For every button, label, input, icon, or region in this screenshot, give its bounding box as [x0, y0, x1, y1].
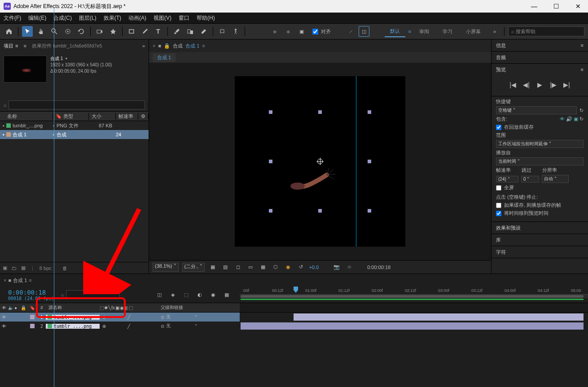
color-mgmt-icon[interactable]: ◉	[284, 263, 293, 272]
rectangle-tool[interactable]	[126, 26, 137, 37]
orbit-tool[interactable]	[62, 26, 73, 37]
menu-file[interactable]: 文件(F)	[4, 14, 21, 22]
time-ruler[interactable]: :00f 00:12f 01:00f 01:12f 02:00f 02:12f …	[240, 287, 588, 295]
time-indicator[interactable]	[294, 287, 298, 295]
res-select[interactable]: 自动 ˅	[542, 175, 569, 183]
timeline-tab[interactable]: 合成 1	[13, 277, 27, 284]
fullscreen-checkbox[interactable]	[496, 185, 501, 191]
range-select[interactable]: 工作区域按当前时间延伸 ˅	[496, 140, 584, 148]
composition-tab[interactable]: 合成 1	[185, 43, 199, 49]
shy-icon[interactable]: ⬚	[181, 290, 191, 300]
new-comp-icon[interactable]: ▦	[21, 265, 26, 271]
timeline-layer[interactable]: 👁 2 tumblr_....png ⊕╱ ⊙无˅	[0, 322, 240, 330]
move-time-checkbox[interactable]	[496, 211, 501, 216]
menu-effect[interactable]: 效果(T)	[104, 14, 121, 22]
frame-blend-icon[interactable]: ◐	[195, 290, 205, 300]
workspace-small[interactable]: 小屏幕	[461, 26, 486, 37]
timeline-search-input[interactable]	[66, 290, 120, 299]
current-time-display[interactable]: 0:00:00:18	[8, 289, 54, 296]
3d-axis-icon[interactable]: ◆	[269, 26, 280, 37]
fps-select[interactable]: (24) ˅	[496, 176, 518, 183]
lock-column-icon[interactable]: 🔒	[21, 305, 27, 310]
fast-preview-icon[interactable]: ▦	[208, 263, 217, 272]
video-column-icon[interactable]: 👁	[0, 305, 8, 310]
puppet-tool[interactable]	[230, 26, 241, 37]
panel-info[interactable]: 信息	[496, 42, 506, 49]
close-tab-icon[interactable]: ×	[4, 278, 6, 283]
draft3d-icon[interactable]: ◈	[168, 290, 178, 300]
play-cached-checkbox[interactable]	[496, 203, 501, 208]
menu-composition[interactable]: 合成(C)	[53, 14, 72, 22]
project-item[interactable]: ▪合成 1 ▪合成 24	[0, 130, 149, 139]
next-frame-button[interactable]: |▶	[549, 80, 558, 90]
roto-tool[interactable]	[217, 26, 228, 37]
menu-edit[interactable]: 编辑(E)	[28, 14, 46, 22]
project-item[interactable]: ▪tumblr_....png ▪PNG 文件 87 KB	[0, 121, 149, 130]
playfrom-select[interactable]: 当前时间 ˅	[496, 157, 584, 165]
grid-tool[interactable]: ◫	[359, 26, 369, 37]
timeline-layer[interactable]: 👁 1 tumblr_....png ⊕╱ ⊙无˅	[0, 313, 240, 322]
mask-toggle-icon[interactable]: ◻	[233, 263, 242, 272]
hand-tool[interactable]	[35, 26, 46, 37]
audio-column-icon[interactable]: 🔈	[8, 305, 14, 310]
panel-audio[interactable]: 音频	[496, 54, 506, 61]
reset-exposure-icon[interactable]: ↺	[296, 263, 305, 272]
menu-help[interactable]: 帮助(H)	[197, 14, 215, 22]
panel-effects-presets[interactable]: 效果和预设	[496, 225, 521, 231]
composition-thumbnail[interactable]	[4, 56, 47, 83]
exposure-value[interactable]: +0.0	[309, 265, 319, 270]
current-time[interactable]: 0:00:00:18	[367, 265, 391, 270]
comp-flowchart-icon[interactable]: ◫	[154, 290, 164, 300]
first-frame-button[interactable]: |◀	[508, 80, 518, 90]
cache-before-play-checkbox[interactable]	[496, 125, 501, 130]
transparency-grid-icon[interactable]: ▧	[221, 263, 230, 272]
camera-tool[interactable]	[94, 26, 105, 37]
speaker-icon[interactable]: 🔊	[566, 116, 572, 122]
project-search-input[interactable]	[9, 100, 145, 109]
clone-tool[interactable]	[185, 26, 196, 37]
chevron-down-icon[interactable]: ▼	[65, 56, 68, 62]
help-search[interactable]: ⌕ 搜索帮助	[508, 26, 584, 36]
zoom-tool[interactable]	[49, 26, 60, 37]
snapshot-icon[interactable]: 📷	[332, 263, 341, 272]
graph-editor-icon[interactable]: ▦	[222, 290, 232, 300]
home-tool[interactable]	[4, 26, 14, 37]
composition-subtab[interactable]: 合成 1	[153, 53, 176, 62]
menu-view[interactable]: 视图(V)	[154, 14, 171, 22]
workspace-review[interactable]: 审阅	[414, 26, 434, 37]
selection-tool[interactable]	[22, 26, 33, 37]
show-snapshot-icon[interactable]: 👁	[345, 263, 354, 272]
playhead[interactable]	[54, 8, 54, 387]
reset-icon[interactable]: ↻	[579, 108, 584, 113]
panel-menu-icon[interactable]: ≡	[581, 67, 584, 72]
prev-frame-button[interactable]: ◀|	[522, 80, 531, 90]
anchor-point-icon[interactable]	[317, 159, 323, 164]
trash-icon[interactable]: 🗑	[62, 265, 67, 271]
mask-mode-icon[interactable]: ▣	[296, 26, 307, 37]
panel-menu-icon[interactable]: ≡	[581, 43, 584, 48]
panel-menu-icon[interactable]: »	[142, 43, 145, 48]
parent-select[interactable]: 无	[166, 314, 193, 320]
workspace-default[interactable]: 默认	[385, 26, 405, 37]
maximize-button[interactable]: ☐	[550, 3, 563, 10]
snap-tool[interactable]: ⟋	[345, 26, 356, 37]
3d-axis2-icon[interactable]: ◆	[283, 26, 294, 37]
pan-behind-tool[interactable]	[108, 26, 118, 37]
layer-bar[interactable]	[240, 313, 588, 322]
eye-icon[interactable]: 👁	[560, 116, 565, 122]
panel-preview[interactable]: 预览	[496, 66, 506, 73]
rotate-tool[interactable]	[76, 26, 87, 37]
close-tab-icon[interactable]: ×	[153, 43, 155, 48]
overlay-icon[interactable]: ▣	[574, 116, 578, 122]
label-column-icon[interactable]: 🔖	[27, 305, 38, 310]
tab-project[interactable]: 项目 ≡	[4, 43, 18, 49]
text-tool[interactable]: T	[153, 26, 164, 37]
channel-icon[interactable]: ⬡	[271, 263, 280, 272]
panel-character[interactable]: 字符	[496, 249, 506, 256]
brush-tool[interactable]	[171, 26, 182, 37]
tab-effect-controls[interactable]: 效果控件 tumblr_1cfa6e65fd7e5	[32, 43, 102, 49]
loop-icon[interactable]: ↻	[579, 116, 584, 122]
zoom-select[interactable]: (38.1%) ˅	[153, 263, 179, 272]
workspace-learn[interactable]: 学习	[437, 26, 458, 37]
hotkey-select[interactable]: 空格键 ˅	[496, 106, 577, 114]
